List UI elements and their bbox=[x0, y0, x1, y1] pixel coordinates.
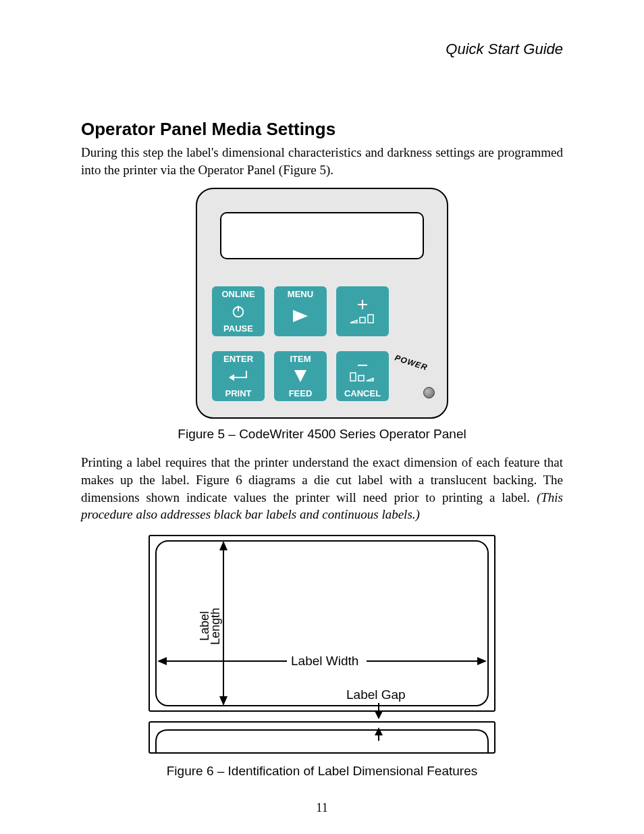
play-right-icon bbox=[292, 298, 309, 333]
power-indicator: POWER bbox=[390, 354, 437, 401]
minus-bars-icon bbox=[349, 355, 376, 389]
svg-rect-6 bbox=[368, 315, 373, 323]
button-label: PAUSE bbox=[223, 324, 253, 333]
svg-rect-5 bbox=[360, 317, 365, 323]
label-diagram-svg: Label Length Label Width Label Gap bbox=[146, 533, 498, 756]
page-header: Quick Start Guide bbox=[81, 41, 563, 58]
paragraph-2-plain: Printing a label requires that the print… bbox=[81, 455, 563, 504]
figure-5: ONLINE PAUSE MENU bbox=[81, 188, 563, 421]
svg-marker-25 bbox=[375, 711, 383, 719]
section-title: Operator Panel Media Settings bbox=[81, 119, 563, 140]
paragraph-1: During this step the label's dimensional… bbox=[81, 144, 563, 178]
minus-cancel-button[interactable]: CANCEL bbox=[336, 351, 389, 401]
online-pause-button[interactable]: ONLINE PAUSE bbox=[212, 286, 265, 336]
svg-marker-27 bbox=[375, 727, 383, 735]
button-label: ONLINE bbox=[221, 290, 254, 298]
figure-6-caption: Figure 6 – Identification of Label Dimen… bbox=[81, 764, 563, 779]
svg-marker-2 bbox=[293, 310, 308, 322]
paragraph-2: Printing a label requires that the print… bbox=[81, 454, 563, 523]
button-row-2: ENTER PRINT ITEM FEED bbox=[212, 351, 389, 401]
svg-marker-21 bbox=[157, 657, 167, 665]
button-label: CANCEL bbox=[344, 389, 381, 398]
button-label: FEED bbox=[289, 389, 313, 398]
button-label: ITEM bbox=[290, 355, 311, 363]
figure-6: Label Length Label Width Label Gap bbox=[81, 533, 563, 758]
figure-5-caption: Figure 5 – CodeWriter 4500 Series Operat… bbox=[81, 427, 563, 442]
button-label: MENU bbox=[288, 290, 313, 298]
header-title: Quick Start Guide bbox=[446, 41, 563, 57]
item-feed-button[interactable]: ITEM FEED bbox=[274, 351, 327, 401]
svg-rect-14 bbox=[149, 722, 495, 753]
enter-print-button[interactable]: ENTER PRINT bbox=[212, 351, 265, 401]
menu-button[interactable]: MENU bbox=[274, 286, 327, 336]
svg-marker-17 bbox=[219, 696, 227, 706]
plus-contrast-button[interactable] bbox=[336, 286, 389, 336]
enter-arrow-icon bbox=[227, 363, 249, 389]
button-row-1: ONLINE PAUSE MENU bbox=[212, 286, 389, 336]
label-gap-text: Label Gap bbox=[346, 687, 406, 702]
svg-rect-11 bbox=[358, 375, 364, 381]
svg-text:Length: Length bbox=[209, 608, 222, 645]
document-page: Quick Start Guide Operator Panel Media S… bbox=[0, 0, 644, 834]
label-width-text: Label Width bbox=[291, 654, 358, 668]
svg-rect-10 bbox=[350, 373, 356, 381]
label-diagram: Label Length Label Width Label Gap bbox=[146, 533, 498, 756]
svg-marker-22 bbox=[477, 657, 487, 665]
operator-panel: ONLINE PAUSE MENU bbox=[196, 188, 448, 419]
button-label: PRINT bbox=[225, 389, 252, 398]
lcd-display bbox=[220, 212, 424, 259]
power-label: POWER bbox=[394, 353, 429, 373]
svg-marker-7 bbox=[229, 374, 234, 381]
plus-bars-icon bbox=[349, 290, 376, 333]
triangle-down-icon bbox=[293, 363, 308, 389]
button-label: ENTER bbox=[223, 355, 253, 363]
svg-marker-16 bbox=[219, 541, 227, 550]
power-led-icon bbox=[423, 387, 435, 398]
svg-marker-8 bbox=[294, 370, 306, 382]
power-icon bbox=[231, 298, 246, 324]
page-number: 11 bbox=[0, 801, 644, 815]
